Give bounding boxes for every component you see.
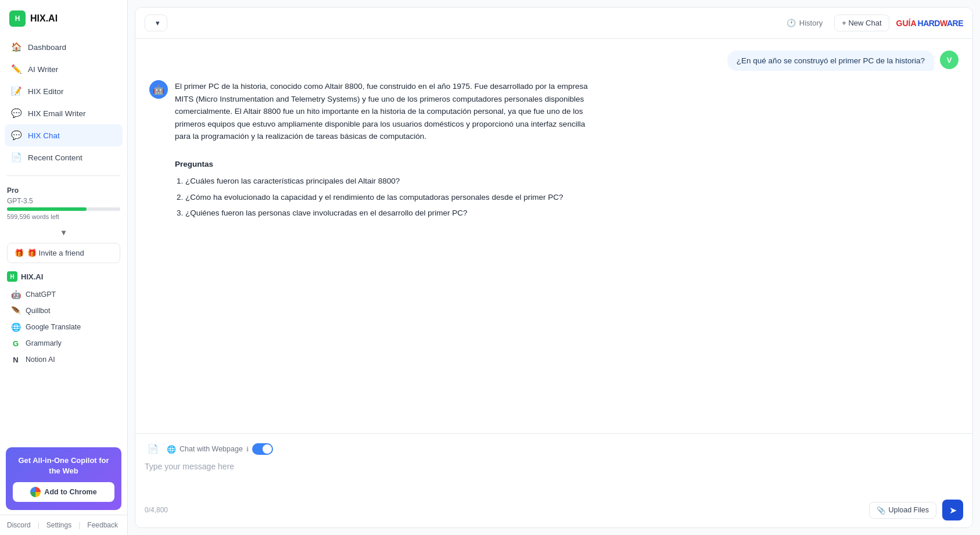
email-writer-icon: 💬 [10,107,22,119]
settings-link[interactable]: Settings [46,521,71,529]
chevron-down-icon: ▾ [156,19,160,27]
webpage-toggle[interactable] [252,443,273,455]
user-avatar: V [940,51,959,69]
ext-item-google-translate[interactable]: 🌐 Google Translate [7,319,120,335]
hix-ai-logo-small: H [7,271,17,282]
hix-chat-icon: 💬 [10,130,22,141]
ext-item-quillbot[interactable]: 🪶 Quillbot [7,303,120,319]
sidebar-item-ai-writer[interactable]: ✏️ AI Writer [5,58,123,80]
file-attach-button[interactable]: 📄 [145,441,161,457]
ext-item-label: Google Translate [26,323,81,331]
ext-item-chatgpt[interactable]: 🤖 ChatGPT [7,286,120,303]
ext-item-notion-ai[interactable]: N Notion AI [7,351,120,368]
webpage-toggle-area: 🌐 Chat with Webpage ℹ [167,443,273,455]
hix-editor-icon: 📝 [10,85,22,97]
upload-icon: 📎 [877,506,886,515]
logo-text: HIX.AI [30,13,58,24]
sidebar-item-label: HIX Editor [28,87,64,96]
input-area: 📄 🌐 Chat with Webpage ℹ 0/4,800 📎 [135,433,972,527]
sidebar-item-hix-chat[interactable]: 💬 HIX Chat [5,124,123,146]
bot-content: El primer PC de la historia, conocido co… [175,80,593,223]
bot-icon: 🤖 [153,84,164,95]
guia-text: GUÍA [896,19,917,28]
upload-files-label: Upload Files [889,506,929,514]
extension-header: H HIX.AI [7,271,120,282]
info-icon[interactable]: ℹ [246,446,249,453]
question-1[interactable]: ¿Cuáles fueron las características princ… [185,175,593,188]
user-bubble: ¿En qué año se construyó el primer PC de… [727,51,934,71]
sidebar-item-label: Recent Content [28,153,82,162]
send-icon: ➤ [949,505,957,516]
chrome-btn-label: Add to Chrome [44,488,96,496]
new-chat-label: + New Chat [842,19,881,27]
sidebar-item-hix-editor[interactable]: 📝 HIX Editor [5,80,123,102]
pro-section: Pro GPT-3.5 599,596 words left [0,181,127,226]
history-icon: 🕐 [787,19,796,27]
grammarly-icon: G [10,338,21,349]
message-input[interactable] [145,462,963,494]
question-3[interactable]: ¿Quiénes fueron las personas clave invol… [185,207,593,220]
extension-title: HIX.AI [21,272,43,281]
upload-files-button[interactable]: 📎 Upload Files [869,502,936,519]
sidebar-item-label: HIX Chat [28,131,60,140]
history-label: History [799,19,823,27]
invite-friend-button[interactable]: 🎁 🎁 Invite a friend [7,243,120,263]
input-footer: 0/4,800 📎 Upload Files ➤ [145,500,963,520]
sidebar-item-dashboard[interactable]: 🏠 Dashboard [5,36,123,58]
discord-link[interactable]: Discord [7,521,31,529]
model-select[interactable]: ▾ [145,15,167,31]
sidebar-item-label: AI Writer [28,65,58,74]
sidebar-item-recent-content[interactable]: 📄 Recent Content [5,146,123,168]
progress-bar-bg [7,207,120,211]
sidebar-footer: Discord | Settings | Feedback [0,515,127,535]
bot-message: 🤖 El primer PC de la historia, conocido … [149,80,959,223]
recent-content-icon: 📄 [10,152,22,163]
new-chat-button[interactable]: + New Chat [834,15,889,31]
bot-avatar: 🤖 [149,80,168,99]
question-2[interactable]: ¿Cómo ha evolucionado la capacidad y el … [185,191,593,204]
bot-text: El primer PC de la historia, conocido co… [175,80,593,143]
ext-item-label: Notion AI [26,356,55,364]
input-actions: 📎 Upload Files ➤ [869,500,963,520]
ext-item-label: Grammarly [26,339,62,347]
input-toolbar: 📄 🌐 Chat with Webpage ℹ [145,441,963,457]
chatgpt-icon: 🤖 [10,289,21,300]
feedback-link[interactable]: Feedback [87,521,118,529]
chat-with-webpage-label: Chat with Webpage [180,445,243,453]
quillbot-icon: 🪶 [10,306,21,316]
cta-text: Get All-in-One Copilot for the Web [13,455,114,476]
questions-list: ¿Cuáles fueron las características princ… [185,175,593,220]
chrome-icon [30,487,41,497]
guia-hardware-logo: GUÍA HARDWARE [896,19,963,28]
gift-icon: 🎁 [15,249,24,257]
sidebar: H HIX.AI 🏠 Dashboard ✏️ AI Writer 📝 HIX … [0,0,128,535]
file-icon: 📄 [148,444,159,454]
extension-section: H HIX.AI 🤖 ChatGPT 🪶 Quillbot 🌐 Google T… [0,267,127,443]
invite-label: 🎁 Invite a friend [27,249,84,257]
char-count: 0/4,800 [145,506,168,514]
ai-writer-icon: ✏️ [10,63,22,75]
webpage-icon: 🌐 [167,445,176,454]
sidebar-item-label: Dashboard [28,43,66,52]
sidebar-item-label: HIX Email Writer [28,109,86,118]
cta-section: Get All-in-One Copilot for the Web Add t… [6,447,121,510]
progress-bar-fill [7,207,87,211]
notion-icon: N [10,354,21,365]
sidebar-logo: H HIX.AI [0,0,127,34]
ext-item-grammarly[interactable]: G Grammarly [7,335,120,351]
questions-label: Preguntas [175,158,593,171]
add-to-chrome-button[interactable]: Add to Chrome [13,482,114,502]
sidebar-nav: 🏠 Dashboard ✏️ AI Writer 📝 HIX Editor 💬 … [0,34,127,171]
history-button[interactable]: 🕐 History [782,16,827,30]
avatar-initials: V [947,56,952,64]
pro-expand-button[interactable]: ▼ [0,226,127,239]
chat-area: ▾ 🕐 History + New Chat GUÍA HARDWARE [135,7,973,528]
messages-container: ¿En qué año se construyó el primer PC de… [135,39,972,433]
user-message-text: ¿En qué año se construyó el primer PC de… [737,56,925,65]
hardware-text: HARDWARE [918,19,963,28]
send-button[interactable]: ➤ [942,500,963,520]
logo-icon: H [9,10,26,27]
gpt-label: GPT-3.5 [7,197,120,205]
dashboard-icon: 🏠 [10,41,22,53]
sidebar-item-hix-email-writer[interactable]: 💬 HIX Email Writer [5,102,123,124]
